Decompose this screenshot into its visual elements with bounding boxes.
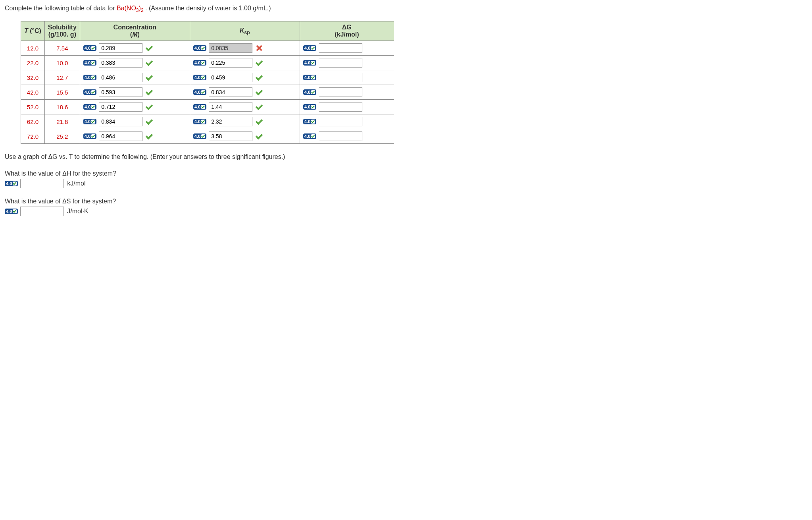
- prompt-before: Complete the following table of data for: [5, 5, 117, 12]
- header-ksp: Ksp: [190, 21, 300, 41]
- prompt-after: . (Assume the density of water is 1.00 g…: [145, 5, 271, 12]
- points-badge: 4.0: [193, 75, 206, 80]
- concentration-cell: 4.0: [80, 70, 190, 85]
- ksp-cell: 4.0: [190, 56, 300, 70]
- points-badge: 4.0: [83, 119, 96, 124]
- points-badge: 4.0: [303, 45, 316, 51]
- points-badge: 4.0: [303, 89, 316, 95]
- correct-icon: [255, 118, 263, 126]
- concentration-input[interactable]: [99, 102, 142, 112]
- correct-icon: [145, 103, 153, 111]
- ksp-input[interactable]: [209, 73, 252, 82]
- solubility-value: 7.54: [44, 41, 80, 56]
- ksp-input[interactable]: [209, 43, 252, 53]
- table-row: 62.021.84.04.04.0: [21, 114, 394, 129]
- header-solubility: Solubility (g/100. g): [44, 21, 80, 41]
- check-icon: [201, 75, 205, 79]
- ksp-cell: 4.0: [190, 41, 300, 56]
- check-icon: [201, 105, 205, 109]
- concentration-cell: 4.0: [80, 100, 190, 114]
- delta-g-cell: 4.0: [300, 114, 394, 129]
- points-badge: 4.0: [193, 89, 206, 95]
- check-icon: [311, 90, 315, 94]
- check-icon: [201, 120, 205, 124]
- delta-s-input[interactable]: [20, 207, 64, 216]
- concentration-input[interactable]: [99, 117, 142, 126]
- points-badge: 4.0: [193, 104, 206, 110]
- check-icon: [201, 46, 205, 50]
- temperature-value: 72.0: [21, 129, 45, 144]
- temperature-value: 52.0: [21, 100, 45, 114]
- correct-icon: [145, 73, 153, 81]
- table-row: 42.015.54.04.04.0: [21, 85, 394, 100]
- delta-h-input[interactable]: [20, 179, 64, 188]
- correct-icon: [145, 44, 153, 52]
- ksp-input[interactable]: [209, 58, 252, 68]
- check-icon: [311, 120, 315, 124]
- check-icon: [311, 46, 315, 50]
- concentration-input[interactable]: [99, 58, 142, 68]
- ksp-input[interactable]: [209, 87, 252, 97]
- delta-g-cell: 4.0: [300, 129, 394, 144]
- compound-formula: Ba(NO3)2: [117, 5, 145, 12]
- check-icon: [311, 75, 315, 79]
- check-icon: [201, 61, 205, 65]
- ksp-input[interactable]: [209, 102, 252, 112]
- question-delta-h: What is the value of ΔH for the system?: [5, 170, 807, 177]
- points-badge: 4.0: [5, 181, 18, 186]
- ksp-cell: 4.0: [190, 100, 300, 114]
- check-icon: [91, 61, 95, 65]
- concentration-cell: 4.0: [80, 114, 190, 129]
- correct-icon: [145, 118, 153, 126]
- points-badge: 4.0: [193, 45, 206, 51]
- delta-g-input[interactable]: [319, 73, 362, 82]
- points-badge: 4.0: [193, 60, 206, 66]
- delta-g-input[interactable]: [319, 43, 362, 53]
- ksp-input[interactable]: [209, 117, 252, 126]
- delta-g-input[interactable]: [319, 117, 362, 126]
- data-table: T (°C) Solubility (g/100. g) Concentrati…: [21, 21, 394, 144]
- delta-g-input[interactable]: [319, 131, 362, 141]
- delta-g-cell: 4.0: [300, 100, 394, 114]
- correct-icon: [145, 132, 153, 140]
- check-icon: [91, 46, 95, 50]
- points-badge: 4.0: [303, 119, 316, 124]
- header-concentration: Concentration ((M)M): [80, 21, 190, 41]
- points-badge: 4.0: [83, 60, 96, 66]
- delta-g-cell: 4.0: [300, 56, 394, 70]
- header-temperature: T (°C): [21, 21, 45, 41]
- correct-icon: [255, 73, 263, 81]
- check-icon: [91, 90, 95, 94]
- points-badge: 4.0: [83, 89, 96, 95]
- ksp-cell: 4.0: [190, 70, 300, 85]
- solubility-value: 10.0: [44, 56, 80, 70]
- points-badge: 4.0: [193, 119, 206, 124]
- incorrect-icon: [255, 44, 263, 52]
- ksp-cell: 4.0: [190, 129, 300, 144]
- check-icon: [311, 61, 315, 65]
- concentration-input[interactable]: [99, 87, 142, 97]
- ksp-input[interactable]: [209, 131, 252, 141]
- check-icon: [91, 134, 95, 138]
- delta-h-unit: kJ/mol: [67, 180, 85, 187]
- points-badge: 4.0: [83, 45, 96, 51]
- delta-g-cell: 4.0: [300, 85, 394, 100]
- concentration-input[interactable]: [99, 73, 142, 82]
- concentration-input[interactable]: [99, 131, 142, 141]
- check-icon: [201, 90, 205, 94]
- delta-g-input[interactable]: [319, 87, 362, 97]
- table-row: 22.010.04.04.04.0: [21, 56, 394, 70]
- correct-icon: [145, 59, 153, 67]
- problem-prompt: Complete the following table of data for…: [5, 5, 807, 13]
- temperature-value: 32.0: [21, 70, 45, 85]
- points-badge: 4.0: [5, 209, 18, 214]
- graph-prompt: Use a graph of ΔG vs. T to determine the…: [5, 153, 807, 160]
- delta-g-input[interactable]: [319, 102, 362, 112]
- check-icon: [311, 134, 315, 138]
- delta-g-input[interactable]: [319, 58, 362, 68]
- check-icon: [311, 105, 315, 109]
- concentration-input[interactable]: [99, 43, 142, 53]
- concentration-cell: 4.0: [80, 41, 190, 56]
- temperature-value: 12.0: [21, 41, 45, 56]
- points-badge: 4.0: [193, 133, 206, 139]
